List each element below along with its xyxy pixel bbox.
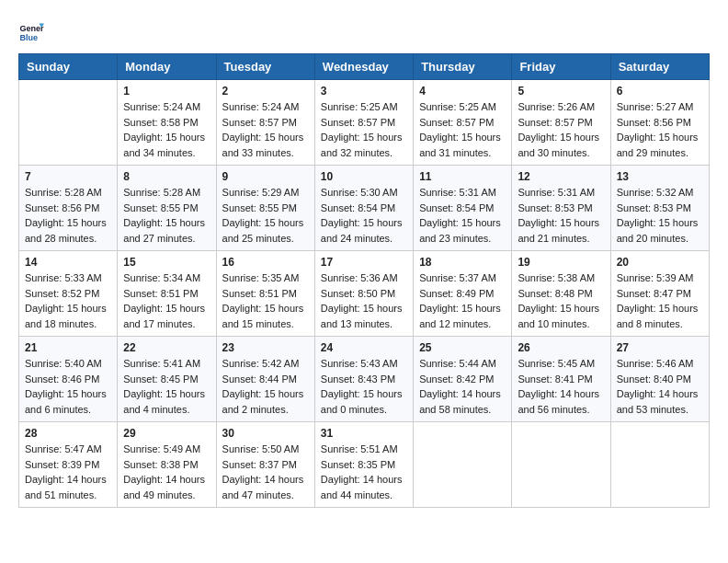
day-number: 24 [321,341,407,354]
day-number: 30 [222,427,309,440]
header-cell-monday: Monday [118,54,216,80]
day-number: 21 [25,341,111,354]
calendar-cell: 1 Sunrise: 5:24 AM Sunset: 8:58 PM Dayli… [118,80,216,166]
daylight-text: Daylight: 15 hours and 20 minutes. [617,217,699,244]
week-row-1: 1 Sunrise: 5:24 AM Sunset: 8:58 PM Dayli… [19,80,710,166]
sunset-text: Sunset: 8:45 PM [123,373,198,385]
daylight-text: Daylight: 15 hours and 31 minutes. [419,132,501,158]
day-info: Sunrise: 5:31 AM Sunset: 8:53 PM Dayligh… [518,185,604,246]
sunset-text: Sunset: 8:49 PM [419,288,494,299]
header-cell-thursday: Thursday [414,54,512,80]
calendar-cell: 23 Sunrise: 5:42 AM Sunset: 8:44 PM Dayl… [216,337,314,422]
day-info: Sunrise: 5:50 AM Sunset: 8:37 PM Dayligh… [222,442,309,502]
calendar-cell: 3 Sunrise: 5:25 AM Sunset: 8:57 PM Dayli… [314,80,413,166]
day-info: Sunrise: 5:44 AM Sunset: 8:42 PM Dayligh… [419,356,506,417]
day-number: 1 [123,85,210,98]
day-number: 14 [25,256,111,269]
day-info: Sunrise: 5:38 AM Sunset: 8:48 PM Dayligh… [518,270,604,331]
day-number: 11 [419,170,506,183]
calendar-cell [19,80,118,166]
logo-icon: General Blue [18,18,44,44]
daylight-text: Daylight: 15 hours and 2 minutes. [222,388,304,415]
calendar-cell: 8 Sunrise: 5:28 AM Sunset: 8:55 PM Dayli… [118,166,216,251]
week-row-4: 21 Sunrise: 5:40 AM Sunset: 8:46 PM Dayl… [19,337,710,422]
sunset-text: Sunset: 8:46 PM [25,373,99,385]
sunset-text: Sunset: 8:39 PM [25,459,99,470]
day-info: Sunrise: 5:25 AM Sunset: 8:57 PM Dayligh… [419,99,506,160]
sunrise-text: Sunrise: 5:33 AM [25,272,102,283]
day-number: 28 [25,427,111,440]
day-info: Sunrise: 5:40 AM Sunset: 8:46 PM Dayligh… [25,356,111,417]
daylight-text: Daylight: 15 hours and 27 minutes. [123,217,205,244]
daylight-text: Daylight: 15 hours and 28 minutes. [25,217,107,244]
calendar-cell: 20 Sunrise: 5:39 AM Sunset: 8:47 PM Dayl… [610,251,709,337]
header-cell-sunday: Sunday [19,54,118,80]
calendar-cell: 27 Sunrise: 5:46 AM Sunset: 8:40 PM Dayl… [610,337,709,422]
sunset-text: Sunset: 8:37 PM [222,459,297,470]
day-number: 3 [321,85,407,98]
sunset-text: Sunset: 8:43 PM [321,373,395,385]
day-number: 7 [25,170,111,183]
sunset-text: Sunset: 8:55 PM [222,202,297,213]
day-number: 27 [617,341,703,354]
calendar-cell: 30 Sunrise: 5:50 AM Sunset: 8:37 PM Dayl… [216,422,314,508]
sunrise-text: Sunrise: 5:25 AM [321,101,398,112]
sunset-text: Sunset: 8:53 PM [518,202,592,213]
day-info: Sunrise: 5:27 AM Sunset: 8:56 PM Dayligh… [617,99,703,160]
day-info: Sunrise: 5:46 AM Sunset: 8:40 PM Dayligh… [617,356,703,417]
daylight-text: Daylight: 14 hours and 44 minutes. [321,474,403,500]
sunset-text: Sunset: 8:55 PM [123,202,198,213]
daylight-text: Daylight: 15 hours and 25 minutes. [222,217,304,244]
daylight-text: Daylight: 14 hours and 58 minutes. [419,388,501,415]
sunrise-text: Sunrise: 5:28 AM [123,187,200,198]
header-cell-wednesday: Wednesday [314,54,413,80]
calendar-cell: 5 Sunrise: 5:26 AM Sunset: 8:57 PM Dayli… [512,80,610,166]
day-number: 5 [518,85,604,98]
day-number: 10 [321,170,407,183]
calendar-cell: 31 Sunrise: 5:51 AM Sunset: 8:35 PM Dayl… [314,422,413,508]
daylight-text: Daylight: 15 hours and 32 minutes. [321,132,403,158]
calendar-cell [610,422,709,508]
day-info: Sunrise: 5:24 AM Sunset: 8:58 PM Dayligh… [123,99,210,160]
header-cell-saturday: Saturday [610,54,709,80]
sunset-text: Sunset: 8:51 PM [222,288,297,299]
day-info: Sunrise: 5:49 AM Sunset: 8:38 PM Dayligh… [123,442,210,502]
sunset-text: Sunset: 8:57 PM [222,117,297,128]
daylight-text: Daylight: 15 hours and 13 minutes. [321,303,403,329]
header-row: SundayMondayTuesdayWednesdayThursdayFrid… [19,54,710,80]
sunset-text: Sunset: 8:51 PM [123,288,198,299]
calendar-cell: 17 Sunrise: 5:36 AM Sunset: 8:50 PM Dayl… [314,251,413,337]
day-info: Sunrise: 5:36 AM Sunset: 8:50 PM Dayligh… [321,270,407,331]
sunrise-text: Sunrise: 5:40 AM [25,358,102,369]
sunset-text: Sunset: 8:52 PM [25,288,99,299]
sunrise-text: Sunrise: 5:25 AM [419,101,496,112]
daylight-text: Daylight: 15 hours and 10 minutes. [518,303,599,329]
day-info: Sunrise: 5:31 AM Sunset: 8:54 PM Dayligh… [419,185,506,246]
header-cell-tuesday: Tuesday [216,54,314,80]
day-number: 12 [518,170,604,183]
sunrise-text: Sunrise: 5:24 AM [222,101,300,112]
day-info: Sunrise: 5:37 AM Sunset: 8:49 PM Dayligh… [419,270,506,331]
day-number: 23 [222,341,309,354]
day-info: Sunrise: 5:42 AM Sunset: 8:44 PM Dayligh… [222,356,309,417]
sunrise-text: Sunrise: 5:26 AM [518,101,595,112]
sunrise-text: Sunrise: 5:49 AM [123,443,200,454]
sunrise-text: Sunrise: 5:34 AM [123,272,200,283]
calendar-cell: 25 Sunrise: 5:44 AM Sunset: 8:42 PM Dayl… [414,337,512,422]
daylight-text: Daylight: 14 hours and 51 minutes. [25,474,107,500]
day-info: Sunrise: 5:30 AM Sunset: 8:54 PM Dayligh… [321,185,407,246]
sunset-text: Sunset: 8:56 PM [617,117,691,128]
daylight-text: Daylight: 14 hours and 47 minutes. [222,474,304,500]
day-info: Sunrise: 5:35 AM Sunset: 8:51 PM Dayligh… [222,270,309,331]
sunrise-text: Sunrise: 5:29 AM [222,187,300,198]
sunset-text: Sunset: 8:53 PM [617,202,691,213]
daylight-text: Daylight: 15 hours and 15 minutes. [222,303,304,329]
svg-text:Blue: Blue [19,33,38,42]
daylight-text: Daylight: 14 hours and 53 minutes. [617,388,699,415]
calendar-cell: 18 Sunrise: 5:37 AM Sunset: 8:49 PM Dayl… [414,251,512,337]
day-number: 15 [123,256,210,269]
day-number: 16 [222,256,309,269]
day-number: 4 [419,85,506,98]
day-number: 18 [419,256,506,269]
sunrise-text: Sunrise: 5:28 AM [25,187,102,198]
